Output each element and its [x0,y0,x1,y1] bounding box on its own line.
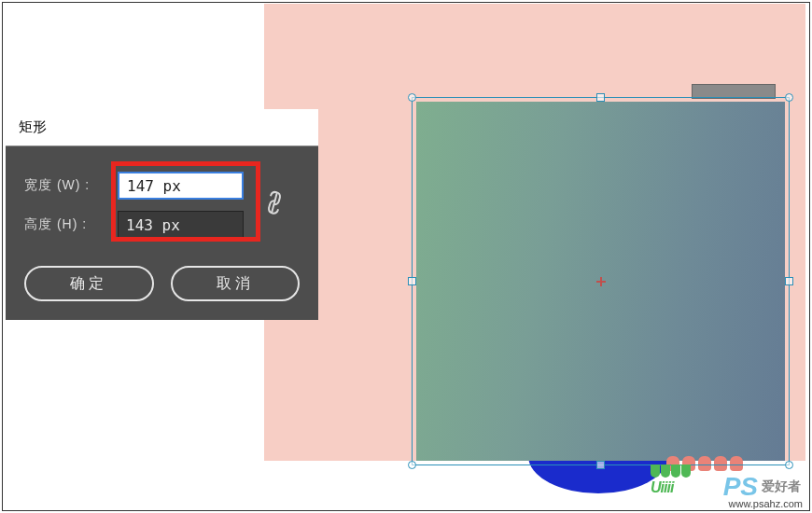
uiii-watermark: Uiiii [651,464,691,496]
width-label: 宽度 (W) : [24,177,118,194]
height-label: 高度 (H) : [24,216,118,233]
resize-handle-top-mid[interactable] [596,93,605,102]
ps-sub-text: 爱好者 [762,478,801,495]
dialog-body: 宽度 (W) : 高度 (H) : 确定 取消 [6,146,318,320]
selection-bounding-box[interactable] [412,97,790,465]
resize-handle-mid-left[interactable] [408,277,416,285]
resize-handle-bottom-right[interactable] [785,461,793,469]
uiii-text: Uiiii [651,479,691,496]
height-input[interactable] [118,211,244,239]
canvas-workspace[interactable] [412,97,790,465]
ok-button[interactable]: 确定 [24,266,154,301]
cancel-button[interactable]: 取消 [171,266,301,301]
resize-handle-mid-right[interactable] [785,277,793,285]
url-watermark: www.psahz.com [729,498,803,509]
dialog-title: 矩形 [6,109,318,146]
canvas-background [264,4,805,461]
resize-handle-bottom-left[interactable] [408,461,416,469]
width-input[interactable] [118,172,244,200]
rectangle-dialog: 矩形 宽度 (W) : 高度 (H) : [6,109,318,320]
resize-handle-bottom-mid[interactable] [596,461,605,469]
svg-line-0 [264,192,285,213]
resize-handle-top-left[interactable] [408,93,416,102]
transform-center-point[interactable] [596,277,606,286]
resize-handle-top-right[interactable] [785,93,793,102]
